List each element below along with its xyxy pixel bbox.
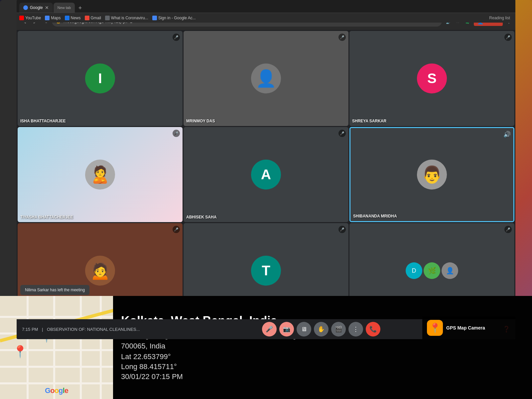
tab-new[interactable]: New tab bbox=[54, 3, 75, 13]
tab-new-label: New tab bbox=[58, 6, 71, 10]
you-avatar: 👤 bbox=[442, 262, 458, 279]
gps-info-bar: 📍 📍 Google Kolkata, West Bengal, India 5… bbox=[0, 296, 532, 399]
shreya-avatar-bg: S bbox=[349, 31, 514, 126]
mrinmoy-photo-bg: 👤 bbox=[184, 31, 348, 126]
meeting-title: OBSERVATION OF: NATIONAL CLEANLINES... bbox=[47, 327, 140, 332]
gmail-icon bbox=[85, 16, 89, 20]
bookmark-maps-label: Maps bbox=[51, 16, 61, 20]
isha-avatar-bg: I bbox=[18, 31, 183, 126]
meet-controls: 🎤 📷 🖥 ✋ 🎬 ⋮ 📞 bbox=[262, 322, 380, 336]
abhisek-avatar: A bbox=[251, 160, 281, 190]
google-map-logo: Google bbox=[45, 386, 68, 395]
browser-tabs-bar: Google ✕ New tab + bbox=[17, 0, 515, 13]
shibananda-photo: 👨 bbox=[417, 160, 447, 190]
youtube-icon bbox=[19, 16, 24, 20]
others-avatars: D 🌿 👤 bbox=[406, 262, 458, 279]
gps-camera-app-icon: 📍 bbox=[427, 320, 443, 336]
browser-chrome: Google ✕ New tab + ◀ ▶ ↻ 🔒 meet.google.c… bbox=[17, 0, 515, 30]
bookmark-gmail[interactable]: Gmail bbox=[85, 16, 101, 20]
others-avatar-leaf: 🌿 bbox=[424, 262, 440, 279]
news-icon bbox=[65, 16, 69, 20]
reading-list-button[interactable]: Reading list bbox=[489, 16, 513, 20]
road-v2 bbox=[53, 296, 55, 399]
video-tile-shibananda: 👨 🔊 Shibananda Mridha bbox=[349, 127, 514, 222]
bookmark-news-label: News bbox=[71, 16, 81, 20]
meet-right-info: ❓ 📍 GPS Map Camera bbox=[503, 326, 510, 333]
abhisek-name: Abhisek Saha bbox=[186, 215, 216, 219]
isha-name: Isha Bhattacharjee bbox=[20, 119, 66, 123]
drsanita-mic-icon: 🎤 bbox=[173, 226, 180, 233]
location-address-line2: 700065, India bbox=[121, 342, 524, 350]
tiyasha-photo: 🙎 bbox=[85, 160, 115, 190]
bookmark-signin[interactable]: Sign in - Google Ac... bbox=[152, 16, 196, 20]
camera-button[interactable]: 📷 bbox=[279, 322, 294, 336]
meet-bottom-bar: 7:15 PM | OBSERVATION OF: NATIONAL CLEAN… bbox=[17, 319, 515, 339]
meet-time-info: 7:15 PM | OBSERVATION OF: NATIONAL CLEAN… bbox=[22, 327, 140, 332]
location-datetime: 30/01/22 07:15 PM bbox=[121, 372, 524, 381]
raise-hand-button[interactable]: ✋ bbox=[314, 322, 329, 336]
tab-google[interactable]: Google ✕ bbox=[19, 3, 53, 13]
video-tile-tiyasha: 🙎 🎤 TIYASHA BHATTACHERJEE bbox=[18, 127, 183, 222]
mrinmoy-name: mrinmoy das bbox=[186, 119, 215, 123]
road-v4 bbox=[100, 296, 102, 399]
reading-list-label: Reading list bbox=[489, 16, 510, 20]
tanushree-mic-icon: 🎤 bbox=[338, 226, 346, 233]
bookmark-news[interactable]: News bbox=[65, 16, 81, 20]
bookmark-youtube[interactable]: YouTube bbox=[19, 16, 41, 20]
road-h4 bbox=[0, 366, 113, 368]
road-h5 bbox=[0, 382, 113, 384]
more-options-button[interactable]: ⋮ bbox=[348, 322, 363, 336]
coronavirus-icon bbox=[105, 16, 110, 20]
video-tile-isha: I 🎤 Isha Bhattacharjee bbox=[18, 31, 183, 126]
meet-content: I 🎤 Isha Bhattacharjee 👤 🎤 mrinmoy das bbox=[17, 30, 515, 339]
drsanita-photo: 🙍 bbox=[85, 256, 115, 286]
tiyasha-photo-bg: 🙎 bbox=[18, 127, 183, 222]
video-grid: I 🎤 Isha Bhattacharjee 👤 🎤 mrinmoy das bbox=[17, 30, 515, 319]
notification-text: Nilima Sarkar has left the meeting bbox=[25, 288, 85, 292]
gps-camera-label: GPS Map Camera bbox=[446, 325, 485, 331]
meet-time: 7:15 PM bbox=[22, 327, 38, 332]
tab-close-icon[interactable]: ✕ bbox=[45, 5, 49, 10]
gps-camera-widget: 📍 GPS Map Camera bbox=[422, 317, 515, 339]
shibananda-name: Shibananda Mridha bbox=[353, 214, 397, 218]
maps-icon bbox=[45, 16, 50, 20]
bookmark-gmail-label: Gmail bbox=[91, 16, 101, 20]
mrinmoy-mic-icon: 🎤 bbox=[338, 34, 346, 41]
bookmark-signin-label: Sign in - Google Ac... bbox=[158, 16, 196, 20]
tiyasha-name: TIYASHA BHATTACHERJEE bbox=[20, 215, 73, 219]
leave-notification: Nilima Sarkar has left the meeting bbox=[20, 285, 89, 295]
others-mic-icon: 🎤 bbox=[504, 226, 512, 233]
bookmark-coronavirus-label: What is Coronaviru... bbox=[111, 16, 148, 20]
present-button[interactable]: 🖥 bbox=[297, 322, 311, 336]
laptop-screen: Google ✕ New tab + ◀ ▶ ↻ 🔒 meet.google.c… bbox=[17, 0, 515, 339]
shibananda-photo-bg: 👨 bbox=[350, 128, 513, 221]
signin-icon bbox=[152, 16, 157, 20]
shreya-mic-icon: 🎤 bbox=[504, 34, 512, 41]
video-tile-abhisek: A 🎤 Abhisek Saha bbox=[184, 127, 348, 222]
shreya-name: shreya sarkar bbox=[352, 119, 386, 123]
bookmark-coronavirus[interactable]: What is Coronaviru... bbox=[105, 16, 148, 20]
activities-button[interactable]: 🎬 bbox=[331, 322, 346, 336]
leave-call-button[interactable]: 📞 bbox=[366, 322, 380, 336]
video-tile-shreya: S 🎤 shreya sarkar bbox=[349, 31, 514, 126]
new-tab-button[interactable]: + bbox=[75, 3, 85, 13]
map-pin-gray: 📍 bbox=[13, 346, 28, 358]
laptop-frame: Google ✕ New tab + ◀ ▶ ↻ 🔒 meet.google.c… bbox=[0, 0, 532, 399]
bookmark-maps[interactable]: Maps bbox=[45, 16, 61, 20]
bookmarks-bar: YouTube Maps News Gmail What is Coronavi… bbox=[17, 13, 515, 23]
tiyasha-mic-icon: 🎤 bbox=[173, 130, 180, 137]
isha-mic-icon: 🎤 bbox=[173, 34, 180, 41]
mrinmoy-photo: 👤 bbox=[251, 64, 281, 93]
video-tile-mrinmoy: 👤 🎤 mrinmoy das bbox=[184, 31, 348, 126]
tab-google-label: Google bbox=[30, 5, 43, 10]
gps-location-info: Kolkata, West Bengal, India 56, Durga Na… bbox=[113, 296, 532, 399]
bookmark-youtube-label: YouTube bbox=[25, 16, 41, 20]
abhisek-mic-icon: 🎤 bbox=[338, 130, 346, 137]
mute-button[interactable]: 🎤 bbox=[262, 322, 277, 336]
shibananda-speaking-icon: 🔊 bbox=[503, 131, 511, 138]
others-avatar-d: D bbox=[406, 262, 422, 279]
map-thumbnail: 📍 📍 Google bbox=[0, 296, 113, 399]
road-v3 bbox=[80, 296, 82, 399]
location-lat: Lat 22.653799° bbox=[121, 352, 524, 361]
abhisek-avatar-bg: A bbox=[184, 127, 348, 222]
